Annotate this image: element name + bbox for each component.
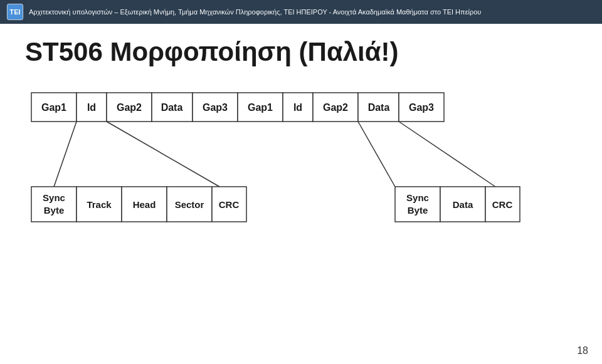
top-box-gap3-2: Gap3	[409, 102, 434, 113]
page-number: 18	[577, 345, 588, 356]
top-box-gap3-1: Gap3	[203, 102, 228, 113]
top-box-data1: Data	[161, 102, 183, 113]
bottom-left-crc: CRC	[219, 199, 240, 210]
svg-text:ΤΕΙ: ΤΕΙ	[9, 8, 20, 16]
bottom-left-sector: Sector	[175, 199, 204, 210]
header-title: Αρχιτεκτονική υπολογιστών – Εξωτερική Μν…	[29, 8, 481, 16]
slide-title: ST506 Μορφοποίηση (Παλιά!)	[25, 36, 399, 68]
svg-line-21	[399, 122, 495, 187]
header-bar: ΤΕΙ Αρχιτεκτονική υπολογιστών – Εξωτερικ…	[0, 0, 602, 24]
main-content: ST506 Μορφοποίηση (Παλιά!) Gap1 Id Gap2 …	[0, 24, 602, 259]
bottom-right-data: Data	[453, 199, 473, 210]
top-box-gap1-2: Gap1	[248, 102, 273, 113]
svg-text:Byte: Byte	[44, 205, 65, 216]
bottom-left-syncbyte: Sync	[43, 192, 65, 203]
top-box-gap1: Gap1	[41, 102, 66, 113]
bottom-right-syncbyte: Sync	[406, 192, 429, 203]
top-box-id2: Id	[293, 102, 302, 113]
top-box-id1: Id	[87, 102, 96, 113]
svg-line-13	[107, 122, 219, 187]
bottom-left-track: Track	[87, 199, 112, 210]
top-box-data2: Data	[368, 102, 390, 113]
svg-line-12	[54, 122, 77, 187]
top-box-gap2-1: Gap2	[117, 102, 142, 113]
svg-text:Byte: Byte	[408, 205, 428, 216]
svg-line-20	[358, 122, 395, 187]
bottom-right-crc: CRC	[492, 199, 513, 210]
diagram-svg: Gap1 Id Gap2 Data Gap3 Gap1 Id Gap2 Data…	[25, 86, 583, 249]
bottom-left-head: Head	[133, 199, 156, 210]
top-box-gap2-2: Gap2	[323, 102, 348, 113]
header-logo-icon: ΤΕΙ	[6, 3, 24, 21]
